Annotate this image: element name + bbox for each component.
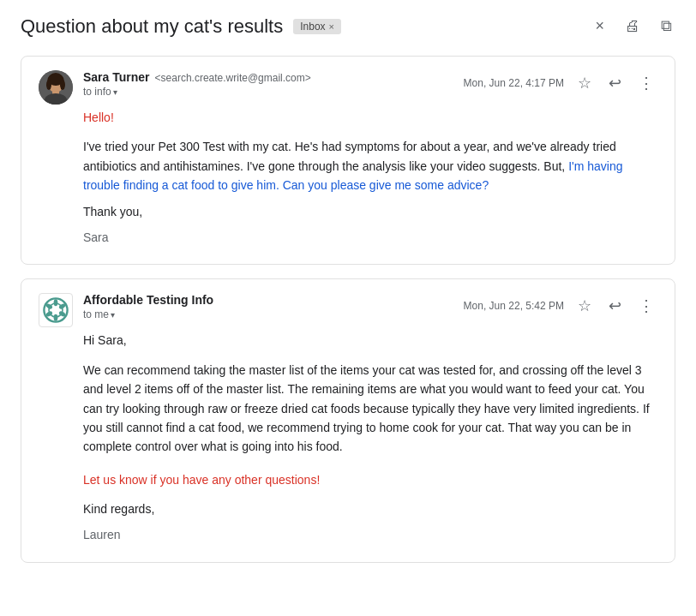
message-1-time: Mon, Jun 22, 4:17 PM: [464, 77, 564, 89]
email-message-1: Sara Turner <search.create.write@gmail.c…: [21, 56, 675, 265]
message-2-closing: Kind regards,: [83, 499, 657, 518]
hello-line: Hello!: [83, 108, 657, 127]
open-new-window-icon[interactable]: ⧉: [657, 14, 675, 39]
to-dropdown-arrow-2[interactable]: ▾: [111, 310, 115, 320]
message-2-time-actions: Mon, Jun 22, 5:42 PM ☆ ↩ ⋮: [464, 293, 657, 319]
to-dropdown-arrow-1[interactable]: ▾: [113, 87, 117, 97]
more-icon-2[interactable]: ⋮: [635, 293, 657, 319]
thread-actions: × 🖨 ⧉: [591, 14, 675, 39]
highlight-text-2c: control over what is going into his food…: [135, 440, 343, 453]
reply-icon-1[interactable]: ↩: [605, 70, 625, 96]
svg-point-7: [60, 80, 65, 90]
svg-point-6: [46, 80, 51, 90]
inbox-badge-label: Inbox: [300, 21, 325, 33]
svg-point-13: [54, 314, 58, 321]
sender-line-1: Sara Turner <search.create.write@gmail.c…: [83, 70, 453, 84]
print-icon[interactable]: 🖨: [621, 14, 644, 39]
message-2-meta: Affordable Testing Info to me ▾: [83, 293, 453, 320]
message-2-time: Mon, Jun 22, 5:42 PM: [464, 300, 564, 312]
message-1-meta: Sara Turner <search.create.write@gmail.c…: [83, 70, 453, 98]
message-1-body: Hello! I've tried your Pet 300 Test with…: [83, 108, 657, 247]
thread-title: Question about my cat's results: [21, 15, 283, 38]
star-icon-2[interactable]: ☆: [574, 293, 595, 319]
affordable-testing-logo: [39, 293, 73, 327]
sender-name-2: Affordable Testing Info: [83, 293, 213, 307]
close-thread-icon[interactable]: ×: [591, 14, 608, 39]
avatar-sara: [39, 70, 73, 105]
email-thread: Question about my cat's results Inbox × …: [0, 0, 696, 563]
sender-line-2: Affordable Testing Info: [83, 293, 453, 307]
message-1-paragraph-1: I've tried your Pet 300 Test with my cat…: [83, 137, 657, 194]
thread-header: Question about my cat's results Inbox × …: [21, 14, 675, 39]
star-icon-1[interactable]: ☆: [574, 70, 595, 96]
to-line-1[interactable]: to info ▾: [83, 86, 453, 98]
email-message-2: Affordable Testing Info to me ▾ Mon, Jun…: [21, 278, 675, 563]
message-2-greeting: Hi Sara,: [83, 331, 657, 350]
highlight-text-1: I'm having trouble finding a cat food to…: [83, 159, 623, 192]
highlight-text-2a: taking the master list of the items your…: [83, 363, 645, 416]
sender-name-1: Sara Turner: [83, 70, 150, 84]
message-1-signature: Sara: [83, 228, 657, 247]
message-1-paragraph-2: Thank you,: [83, 202, 657, 221]
to-line-2[interactable]: to me ▾: [83, 308, 453, 320]
reply-icon-2[interactable]: ↩: [605, 293, 625, 319]
message-2-header: Affordable Testing Info to me ▾ Mon, Jun…: [39, 293, 657, 327]
message-1-time-actions: Mon, Jun 22, 4:17 PM ☆ ↩ ⋮: [464, 70, 657, 96]
to-label-2: to me: [83, 308, 109, 320]
inbox-badge[interactable]: Inbox ×: [293, 19, 341, 34]
inbox-badge-close-icon[interactable]: ×: [329, 21, 334, 32]
sender-email-1: <search.create.write@gmail.com>: [155, 72, 311, 84]
message-1-header: Sara Turner <search.create.write@gmail.c…: [39, 70, 657, 105]
message-2-signature: Lauren: [83, 525, 657, 544]
message-2-paragraph-1: We can recommend taking the master list …: [83, 361, 657, 457]
to-label-1: to info: [83, 86, 111, 98]
message-2-body: Hi Sara, We can recommend taking the mas…: [83, 331, 657, 545]
more-icon-1[interactable]: ⋮: [635, 70, 657, 96]
message-2-paragraph-2: Let us know if you have any other questi…: [83, 470, 657, 489]
svg-point-10: [54, 300, 58, 307]
